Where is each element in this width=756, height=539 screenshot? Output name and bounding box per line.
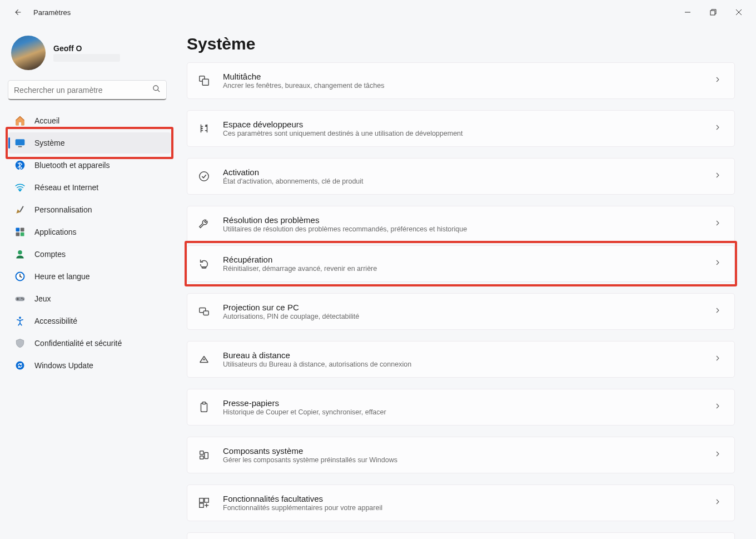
settings-item-dev[interactable]: Espace développeurs Ces paramètres sont … (187, 110, 735, 147)
settings-item-subtitle: Ancrer les fenêtres, bureaux, changement… (223, 82, 701, 90)
chevron-right-icon (713, 306, 722, 317)
chevron-right-icon (713, 402, 722, 413)
maximize-button[interactable] (700, 3, 726, 21)
settings-item-project[interactable]: Projection sur ce PC Autorisations, PIN … (187, 293, 735, 330)
settings-item-subtitle: Gérer les composants système préinstallé… (223, 456, 701, 464)
access-icon (14, 315, 26, 327)
sidebar-item-label: Windows Update (34, 361, 93, 370)
multitask-icon (197, 74, 211, 87)
settings-item-title: Composants système (223, 446, 701, 456)
wrench-icon (197, 217, 211, 231)
settings-item-remote[interactable]: Bureau à distance Utilisateurs du Bureau… (187, 341, 735, 378)
back-arrow-icon (13, 8, 22, 17)
chevron-right-icon (713, 258, 722, 269)
sidebar-item-privacy[interactable]: Confidentialité et sécurité (8, 333, 171, 354)
settings-item-title: Résolution des problèmes (223, 215, 701, 225)
settings-item-title: Bureau à distance (223, 350, 701, 360)
settings-list: Multitâche Ancrer les fenêtres, bureaux,… (187, 62, 735, 539)
svg-line-5 (157, 90, 160, 92)
search-field[interactable] (14, 86, 152, 95)
settings-item-subtitle: Réinitialiser, démarrage avancé, revenir… (223, 265, 701, 273)
chevron-right-icon (713, 354, 722, 365)
sidebar-item-label: Accueil (34, 116, 59, 125)
profile-block[interactable]: Geoff O (8, 31, 177, 80)
settings-item-subtitle: Fonctionnalités supplémentaires pour vot… (223, 504, 701, 512)
project-icon (197, 305, 211, 318)
settings-item-about[interactable]: Informations système Spécifications de l… (187, 532, 735, 539)
search-input[interactable] (8, 80, 167, 100)
check-icon (197, 170, 211, 183)
settings-item-subtitle: Autorisations, PIN de couplage, détectab… (223, 313, 701, 320)
chevron-right-icon (713, 171, 722, 182)
chevron-right-icon (713, 75, 722, 86)
sidebar-item-access[interactable]: Accessibilité (8, 310, 171, 332)
settings-item-trouble[interactable]: Résolution des problèmes Utilitaires de … (187, 206, 735, 243)
clipboard-icon (197, 400, 211, 414)
settings-item-title: Projection sur ce PC (223, 303, 701, 312)
clock-icon (14, 271, 26, 282)
settings-item-subtitle: Utilisateurs du Bureau à distance, autor… (223, 360, 701, 368)
sidebar-item-accounts[interactable]: Comptes (8, 244, 171, 265)
settings-item-subtitle: État d'activation, abonnements, clé de p… (223, 177, 701, 185)
sidebar-item-label: Applications (34, 228, 77, 236)
bluetooth-icon (14, 160, 26, 171)
sidebar-item-system[interactable]: Système (8, 132, 171, 154)
settings-item-recovery[interactable]: Récupération Réinitialiser, démarrage av… (187, 245, 735, 282)
recovery-icon (197, 257, 211, 270)
settings-item-clipboard[interactable]: Presse-papiers Historique de Couper et C… (187, 389, 735, 426)
svg-rect-1 (710, 11, 715, 15)
sidebar-item-network[interactable]: Réseau et Internet (8, 177, 171, 198)
back-button[interactable] (12, 7, 23, 18)
gamepad-icon (14, 293, 26, 304)
brush-icon (14, 204, 26, 215)
close-icon (735, 9, 742, 16)
sidebar-item-label: Accessibilité (34, 317, 77, 325)
sidebar-item-time[interactable]: Heure et langue (8, 266, 171, 287)
settings-item-multitask[interactable]: Multitâche Ancrer les fenêtres, bureaux,… (187, 62, 735, 99)
nav-list: Accueil Système Bluetooth et appareils R… (8, 110, 177, 376)
person-icon (14, 249, 26, 260)
settings-item-title: Activation (223, 167, 701, 177)
sidebar-item-gaming[interactable]: Jeux (8, 288, 171, 309)
settings-item-title: Espace développeurs (223, 120, 701, 129)
sidebar-item-personal[interactable]: Personnalisation (8, 199, 171, 220)
settings-item-optional[interactable]: Fonctionnalités facultatives Fonctionnal… (187, 484, 735, 521)
titlebar: Paramètres (0, 0, 756, 24)
sidebar-item-apps[interactable]: Applications (8, 221, 171, 243)
settings-item-components[interactable]: Composants système Gérer les composants … (187, 437, 735, 473)
search-icon (152, 85, 161, 95)
sidebar-item-label: Réseau et Internet (34, 183, 98, 192)
minimize-icon (684, 9, 691, 16)
chevron-right-icon (713, 497, 722, 508)
settings-item-subtitle: Historique de Couper et Copier, synchron… (223, 408, 701, 416)
close-button[interactable] (726, 3, 752, 21)
sidebar-item-bluetooth[interactable]: Bluetooth et appareils (8, 155, 171, 176)
optional-icon (197, 496, 211, 510)
profile-name: Geoff O (53, 44, 120, 53)
sidebar-item-update[interactable]: Windows Update (8, 355, 171, 376)
sidebar-item-home[interactable]: Accueil (8, 110, 171, 131)
sidebar-item-label: Confidentialité et sécurité (34, 339, 122, 348)
maximize-icon (710, 9, 717, 16)
settings-item-title: Récupération (223, 255, 701, 264)
svg-point-4 (153, 86, 158, 91)
settings-item-title: Multitâche (223, 72, 701, 81)
avatar (11, 36, 46, 70)
remote-icon (197, 353, 211, 366)
window-controls (675, 3, 752, 21)
settings-item-activation[interactable]: Activation État d'activation, abonnement… (187, 158, 735, 195)
sidebar-item-label: Jeux (34, 294, 51, 303)
sidebar-item-label: Heure et langue (34, 272, 90, 281)
components-icon (197, 448, 211, 462)
settings-item-subtitle: Utilitaires de résolution des problèmes … (223, 225, 701, 233)
page-title: Système (187, 34, 735, 53)
apps-icon (14, 226, 26, 238)
chevron-right-icon (713, 123, 722, 134)
sidebar-item-label: Personnalisation (34, 205, 92, 214)
sidebar-item-label: Comptes (34, 250, 66, 259)
monitor-icon (14, 137, 26, 149)
window-title: Paramètres (33, 8, 71, 17)
settings-item-title: Fonctionnalités facultatives (223, 494, 701, 503)
minimize-button[interactable] (675, 3, 700, 21)
dev-icon (197, 122, 211, 135)
